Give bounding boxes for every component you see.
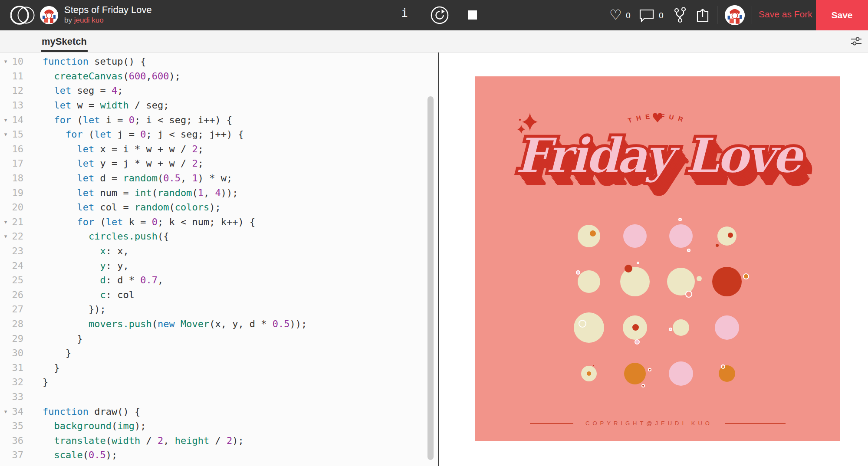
code-text: x: x, <box>43 246 129 256</box>
code-line[interactable]: 13 let w = width / seg; <box>0 98 438 113</box>
code-line[interactable]: 37 scale(0.5); <box>0 448 438 463</box>
save-button[interactable]: Save <box>816 0 868 30</box>
user-avatar[interactable] <box>725 5 745 25</box>
accent-dot <box>635 339 640 345</box>
code-text: }); <box>43 304 106 315</box>
code-text: let num = int(random(1, 4)); <box>43 187 238 198</box>
fold-arrow-icon[interactable]: ▾ <box>0 233 11 240</box>
like-heart-icon[interactable]: ♡ <box>609 8 622 22</box>
code-text: let col = random(colors); <box>43 202 221 213</box>
accent-dot <box>625 265 632 272</box>
comments-icon[interactable] <box>639 9 654 23</box>
code-line[interactable]: ▾22 circles.push({ <box>0 229 438 244</box>
accent-dot <box>721 364 725 369</box>
accent-dot <box>669 328 672 331</box>
author-link[interactable]: jeudi kuo <box>74 16 104 24</box>
save-as-fork-button[interactable]: Save as Fork <box>759 9 812 20</box>
top-bar: Steps of Friday Love by jeudi kuo i ♡ 0 … <box>0 0 868 30</box>
code-line[interactable]: 25 d: d * 0.7, <box>0 273 438 288</box>
rule-left <box>530 423 573 424</box>
code-line[interactable]: 17 let y = j * w + w / 2; <box>0 156 438 171</box>
line-number: 28 <box>11 318 23 329</box>
code-text: circles.push({ <box>43 231 169 242</box>
fold-arrow-icon[interactable]: ▾ <box>0 117 11 123</box>
code-line[interactable]: 28 movers.push(new Mover(x, y, d * 0.5))… <box>0 317 438 331</box>
code-line[interactable]: 24 y: y, <box>0 258 438 273</box>
copyright-text: COPYRIGHT@JEUDI KUO <box>585 420 713 427</box>
code-text: function draw() { <box>43 406 140 417</box>
code-line[interactable]: ▾14 for (let i = 0; i < seg; i++) { <box>0 112 438 127</box>
line-number: 33 <box>11 391 23 402</box>
fold-arrow-icon[interactable]: ▾ <box>0 131 11 138</box>
accent-dot <box>728 233 733 238</box>
preview-panel: THE FUR ♥ Friday Love Friday Love COPYRI… <box>439 53 868 466</box>
code-line[interactable]: 26 c: col <box>0 288 438 302</box>
code-line[interactable]: ▾34function draw() { <box>0 404 438 419</box>
openprocessing-logo-icon[interactable] <box>10 5 36 26</box>
editor-settings-sliders-icon[interactable] <box>851 36 862 46</box>
code-line[interactable]: 27 }); <box>0 302 438 317</box>
code-line[interactable]: 16 let x = i * w + w / 2; <box>0 142 438 157</box>
sketch-circle <box>578 270 600 293</box>
line-number: 16 <box>11 144 23 154</box>
code-line[interactable]: ▾21 for (let k = 0; k < num; k++) { <box>0 215 438 230</box>
line-number: 34 <box>11 406 23 417</box>
code-text: createCanvas(600,600); <box>43 71 181 82</box>
line-number: 14 <box>11 115 23 125</box>
line-number: 12 <box>11 85 23 96</box>
rule-right <box>725 423 786 424</box>
code-text: function setup() { <box>43 56 146 67</box>
code-line[interactable]: 29 } <box>0 331 438 346</box>
line-number: 30 <box>11 348 23 358</box>
fold-arrow-icon[interactable]: ▾ <box>0 58 11 65</box>
code-text: translate(width / 2, height / 2); <box>43 435 244 446</box>
line-number: 13 <box>11 100 23 111</box>
line-number: 23 <box>11 246 23 256</box>
code-text: let y = j * w + w / 2; <box>43 158 204 169</box>
code-text: y: y, <box>43 260 129 271</box>
fold-arrow-icon[interactable]: ▾ <box>0 219 11 225</box>
code-line[interactable]: 31 } <box>0 360 438 375</box>
code-text: let w = width / seg; <box>43 100 169 111</box>
code-line[interactable]: 30 } <box>0 346 438 361</box>
sketch-circle <box>669 224 693 248</box>
sketch-circle <box>673 319 689 336</box>
code-line[interactable]: 35 background(img); <box>0 419 438 433</box>
code-line[interactable]: 33 <box>0 390 438 404</box>
comment-count: 0 <box>659 11 664 20</box>
stop-sketch-icon[interactable] <box>468 10 477 20</box>
info-icon[interactable]: i <box>399 7 410 20</box>
line-number: 24 <box>11 260 23 271</box>
share-icon[interactable] <box>695 7 710 23</box>
code-line[interactable]: 20 let col = random(colors); <box>0 200 438 215</box>
code-line[interactable]: ▾10function setup() { <box>0 54 438 69</box>
code-line[interactable]: 11 createCanvas(600,600); <box>0 69 438 84</box>
tab-mysketch[interactable]: mySketch <box>41 30 88 52</box>
sketch-canvas[interactable]: THE FUR ♥ Friday Love Friday Love COPYRI… <box>475 76 840 441</box>
code-text: } <box>43 333 83 344</box>
line-number: 19 <box>11 187 23 198</box>
code-text: for (let j = 0; j < seg; j++) { <box>43 129 244 140</box>
accent-dot <box>648 368 651 371</box>
fold-arrow-icon[interactable]: ▾ <box>0 408 11 415</box>
fork-tree-icon[interactable] <box>674 7 687 23</box>
code-editor[interactable]: ▾10function setup() {11 createCanvas(600… <box>0 53 438 466</box>
restart-sketch-icon[interactable] <box>431 6 449 24</box>
code-line[interactable]: 36 translate(width / 2, height / 2); <box>0 433 438 448</box>
sketch-author-avatar[interactable] <box>40 6 58 24</box>
accent-dot <box>641 384 645 387</box>
editor-scrollbar[interactable] <box>427 96 434 460</box>
code-line[interactable]: ▾15 for (let j = 0; j < seg; j++) { <box>0 127 438 142</box>
code-line[interactable]: 32} <box>0 375 438 390</box>
code-text: scale(0.5); <box>43 450 117 460</box>
code-line[interactable]: 23 x: x, <box>0 244 438 259</box>
code-text: movers.push(new Mover(x, y, d * 0.5)); <box>43 318 307 329</box>
code-line[interactable]: 18 let d = random(0.5, 1) * w; <box>0 171 438 186</box>
code-line[interactable]: 19 let num = int(random(1, 4)); <box>0 185 438 200</box>
code-line[interactable]: 12 let seg = 4; <box>0 83 438 98</box>
line-number: 27 <box>11 304 23 315</box>
code-text: background(img); <box>43 420 146 431</box>
accent-dot <box>637 262 639 264</box>
like-count: 0 <box>626 11 631 20</box>
sketch-circle <box>715 315 739 340</box>
